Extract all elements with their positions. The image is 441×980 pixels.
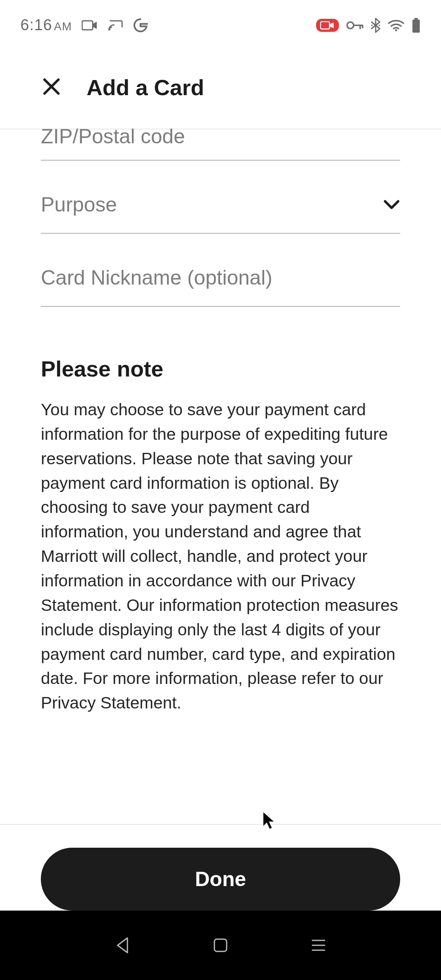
note-body: You may choose to save your payment card… [41, 398, 400, 715]
bluetooth-icon [371, 18, 381, 33]
status-left: 6:16AM [20, 16, 148, 34]
status-bar: 6:16AM [0, 0, 441, 46]
done-button[interactable]: Done [41, 848, 400, 911]
please-note-section: Please note You may choose to save your … [41, 356, 400, 715]
wifi-icon [388, 19, 404, 31]
battery-icon [412, 18, 421, 33]
status-time: 6:16AM [20, 16, 72, 34]
status-right [316, 18, 421, 33]
nav-home-button[interactable] [211, 935, 230, 955]
zip-placeholder: ZIP/Postal code [41, 125, 400, 148]
chevron-down-icon [383, 196, 400, 213]
svg-point-1 [108, 28, 110, 30]
svg-point-4 [371, 24, 373, 26]
note-title: Please note [41, 356, 400, 381]
nickname-field[interactable]: Card Nickname (optional) [41, 234, 400, 307]
svg-point-3 [347, 22, 354, 29]
footer-bar: Done [0, 824, 441, 911]
purpose-placeholder: Purpose [41, 193, 117, 216]
nickname-placeholder: Card Nickname (optional) [41, 266, 400, 290]
nav-back-button[interactable] [113, 935, 132, 955]
nav-recent-button[interactable] [309, 935, 328, 955]
form-content: ZIP/Postal code Purpose Card Nickname (o… [0, 125, 441, 715]
close-icon [42, 77, 61, 98]
app-bar: Add a Card [0, 46, 441, 129]
zip-field[interactable]: ZIP/Postal code [41, 125, 400, 161]
system-nav-bar [0, 911, 441, 980]
clock-ampm: AM [54, 20, 72, 33]
screen-record-icon [316, 19, 339, 32]
svg-point-6 [395, 29, 397, 31]
clock-hours: 6:16 [20, 16, 52, 33]
svg-point-5 [379, 24, 380, 26]
vpn-key-icon [346, 20, 363, 30]
google-icon [133, 18, 148, 33]
svg-rect-7 [414, 18, 418, 20]
svg-rect-2 [321, 22, 330, 29]
svg-rect-8 [412, 20, 420, 33]
svg-rect-9 [214, 939, 227, 951]
svg-rect-0 [82, 21, 93, 30]
close-button[interactable] [41, 77, 62, 98]
cast-icon [108, 19, 123, 31]
purpose-field[interactable]: Purpose [41, 161, 400, 234]
page-title: Add a Card [87, 75, 204, 100]
camera-icon [82, 20, 98, 31]
